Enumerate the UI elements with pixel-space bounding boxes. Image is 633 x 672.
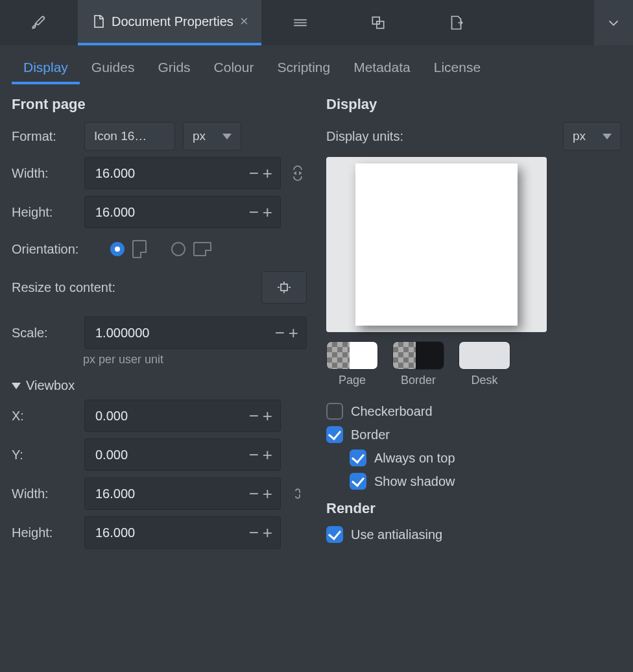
link-swap-icon[interactable]	[289, 161, 307, 186]
section-tabs: Display Guides Grids Colour Scripting Me…	[0, 45, 633, 84]
layers-icon	[292, 14, 309, 31]
display-panel: Display Display units: px Page	[326, 92, 621, 555]
plus-icon[interactable]: +	[261, 407, 274, 424]
border-color-swatch[interactable]	[392, 341, 444, 370]
plus-icon[interactable]: +	[261, 485, 274, 502]
show-shadow-label: Show shadow	[374, 474, 455, 489]
subtab-colour[interactable]: Colour	[202, 54, 266, 84]
border-checkbox[interactable]	[326, 426, 343, 443]
minus-icon[interactable]: −	[274, 324, 286, 341]
desk-color-swatch[interactable]	[459, 341, 510, 370]
chevron-down-icon	[603, 134, 612, 139]
viewbox-width-label: Width:	[12, 486, 77, 501]
page-preview	[326, 157, 547, 332]
viewbox-height-label: Height:	[12, 525, 77, 540]
objects-icon	[370, 14, 387, 31]
resize-to-content-button[interactable]	[261, 271, 307, 304]
format-value: Icon 16…	[94, 129, 147, 143]
antialias-label: Use antialiasing	[351, 527, 442, 542]
scale-label: Scale:	[12, 326, 77, 341]
display-units-dropdown[interactable]: px	[563, 122, 621, 150]
format-dropdown[interactable]: Icon 16…	[84, 122, 175, 150]
height-label: Height:	[12, 205, 77, 220]
minus-icon[interactable]: −	[248, 446, 260, 463]
minus-icon[interactable]: −	[248, 204, 260, 221]
chevron-down-icon	[606, 16, 621, 30]
plus-icon[interactable]: +	[261, 204, 274, 221]
display-units-value: px	[573, 129, 586, 143]
page-swatch-label: Page	[339, 374, 366, 387]
viewbox-x-input[interactable]: 0.000 −+	[84, 400, 281, 432]
subtab-display[interactable]: Display	[12, 54, 80, 84]
svg-rect-0	[372, 17, 379, 24]
show-shadow-checkbox[interactable]	[350, 473, 366, 490]
landscape-icon	[193, 242, 211, 256]
border-swatch-label: Border	[401, 374, 436, 387]
subtab-metadata[interactable]: Metadata	[342, 54, 422, 84]
front-page-panel: Front page Format: Icon 16… px Width: 16…	[12, 92, 307, 555]
height-input[interactable]: 16.000 −+	[84, 196, 281, 228]
subtab-license[interactable]: License	[422, 54, 492, 84]
viewbox-disclosure[interactable]: Viewbox	[12, 378, 307, 393]
orientation-landscape-radio[interactable]	[171, 242, 185, 256]
link-icon[interactable]	[289, 485, 307, 502]
brush-icon	[30, 14, 47, 31]
front-page-heading: Front page	[12, 96, 307, 113]
fit-content-icon	[276, 280, 293, 294]
dock-tabstrip: Document Properties ×	[0, 0, 633, 45]
format-unit-value: px	[193, 129, 206, 143]
minus-icon[interactable]: −	[248, 524, 260, 541]
resize-label: Resize to content:	[12, 280, 148, 295]
checkerboard-checkbox[interactable]	[326, 403, 343, 420]
viewbox-x-label: X:	[12, 409, 77, 424]
viewbox-y-label: Y:	[12, 448, 77, 462]
subtab-guides[interactable]: Guides	[80, 54, 147, 84]
tab-export[interactable]	[417, 0, 495, 45]
tab-document-properties[interactable]: Document Properties ×	[78, 0, 261, 45]
viewbox-width-input[interactable]: 16.000 −+	[84, 477, 281, 510]
viewbox-y-input[interactable]: 0.000 −+	[84, 438, 281, 471]
plus-icon[interactable]: +	[261, 165, 274, 182]
desk-swatch-label: Desk	[471, 374, 497, 387]
subtab-grids[interactable]: Grids	[146, 54, 202, 84]
height-value: 16.000	[95, 205, 248, 220]
checkerboard-label: Checkerboard	[351, 404, 433, 419]
viewbox-height-input[interactable]: 16.000 −+	[84, 516, 281, 549]
portrait-icon	[132, 240, 147, 258]
format-label: Format:	[12, 129, 77, 144]
chevron-down-icon	[222, 134, 232, 139]
tab-overflow[interactable]	[594, 0, 633, 45]
scale-value: 1.000000	[95, 326, 274, 341]
width-value: 16.000	[95, 166, 248, 181]
triangle-down-icon	[12, 383, 21, 389]
page-color-swatch[interactable]	[326, 341, 378, 370]
orientation-portrait-radio[interactable]	[110, 242, 125, 256]
viewbox-heading: Viewbox	[26, 378, 75, 393]
minus-icon[interactable]: −	[248, 165, 260, 182]
plus-icon[interactable]: +	[261, 446, 274, 463]
tab-label: Document Properties	[112, 14, 233, 29]
tab-align[interactable]	[339, 0, 417, 45]
plus-icon[interactable]: +	[261, 524, 274, 541]
document-icon	[91, 14, 106, 29]
tab-layers[interactable]	[261, 0, 339, 45]
scale-input[interactable]: 1.000000 −+	[84, 317, 307, 349]
minus-icon[interactable]: −	[248, 485, 260, 502]
subtab-scripting[interactable]: Scripting	[265, 54, 342, 84]
scale-hint: px per user unit	[83, 353, 307, 366]
border-label: Border	[351, 427, 390, 442]
close-icon[interactable]: ×	[240, 13, 248, 30]
antialias-checkbox[interactable]	[326, 526, 343, 543]
plus-icon[interactable]: +	[287, 324, 300, 341]
always-on-top-label: Always on top	[374, 451, 455, 466]
format-unit-dropdown[interactable]: px	[183, 122, 241, 150]
tab-fill-stroke[interactable]	[0, 0, 78, 45]
page-preview-canvas	[355, 163, 518, 326]
display-heading: Display	[326, 96, 621, 113]
width-label: Width:	[12, 166, 77, 181]
minus-icon[interactable]: −	[248, 407, 260, 424]
display-units-label: Display units:	[326, 129, 430, 144]
svg-rect-2	[281, 284, 287, 291]
width-input[interactable]: 16.000 −+	[84, 157, 281, 189]
always-on-top-checkbox[interactable]	[350, 450, 366, 466]
